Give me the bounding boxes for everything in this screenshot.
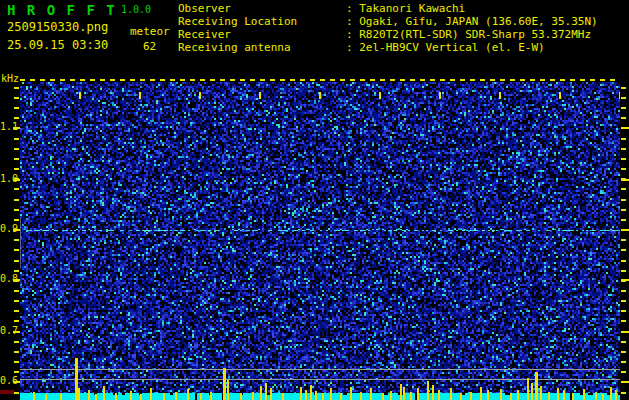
- freq-minor-tick-right: [621, 87, 626, 89]
- app-title: H R O F F T: [7, 3, 116, 17]
- freq-axis-unit: kHz: [1, 74, 19, 84]
- freq-minor-tick-left: [14, 290, 19, 292]
- freq-minor-tick-left: [14, 209, 19, 211]
- freq-major-tick-left: [13, 381, 20, 383]
- info-separator: :: [346, 15, 359, 28]
- freq-minor-tick-left: [14, 260, 19, 262]
- mode-label: meteor: [130, 26, 170, 37]
- freq-minor-tick-right: [621, 371, 626, 373]
- freq-minor-tick-left: [14, 158, 19, 160]
- freq-minor-tick-left: [14, 320, 19, 322]
- freq-minor-tick-right: [621, 219, 626, 221]
- freq-minor-tick-right: [621, 341, 626, 343]
- freq-minor-tick-left: [14, 188, 19, 190]
- freq-major-tick-left: [13, 179, 20, 181]
- freq-major-tick-right: [621, 229, 629, 231]
- freq-minor-tick-left: [14, 138, 19, 140]
- freq-minor-tick-right: [621, 138, 626, 140]
- info-value: R820T2(RTL-SDR) SDR-Sharp 53.372MHz: [359, 28, 591, 41]
- freq-minor-tick-left: [14, 361, 19, 363]
- freq-minor-tick-right: [621, 199, 626, 201]
- freq-minor-tick-right: [621, 320, 626, 322]
- freq-minor-tick-left: [14, 219, 19, 221]
- freq-minor-tick-left: [14, 97, 19, 99]
- freq-minor-tick-right: [621, 158, 626, 160]
- info-label: Observer: [178, 2, 346, 15]
- info-separator: :: [346, 2, 359, 15]
- freq-minor-tick-right: [621, 117, 626, 119]
- info-row-3: Receiving antenna: 2el-HB9CV Vertical (e…: [178, 41, 598, 54]
- freq-minor-tick-right: [621, 209, 626, 211]
- observation-datetime: 25.09.15 03:30: [7, 39, 108, 51]
- freq-minor-tick-right: [621, 188, 626, 190]
- freq-minor-tick-left: [14, 351, 19, 353]
- info-value: Takanori Kawachi: [359, 2, 465, 15]
- freq-minor-tick-right: [621, 148, 626, 150]
- freq-minor-tick-right: [621, 270, 626, 272]
- freq-minor-tick-right: [621, 107, 626, 109]
- freq-minor-tick-right: [621, 97, 626, 99]
- freq-minor-tick-left: [14, 392, 19, 394]
- freq-minor-tick-left: [14, 371, 19, 373]
- freq-major-tick-left: [13, 229, 20, 231]
- info-label: Receiving Location: [178, 15, 346, 28]
- freq-minor-tick-right: [621, 300, 626, 302]
- freq-minor-tick-left: [14, 199, 19, 201]
- freq-minor-tick-right: [621, 392, 626, 394]
- freq-minor-tick-right: [621, 168, 626, 170]
- hrofft-window: H R O F F T 1.0.0 2509150330.png meteor …: [0, 0, 629, 400]
- info-value: 2el-HB9CV Vertical (el. E-W): [359, 41, 544, 54]
- freq-minor-tick-right: [621, 310, 626, 312]
- info-row-2: Receiver: R820T2(RTL-SDR) SDR-Sharp 53.3…: [178, 28, 598, 41]
- freq-minor-tick-right: [621, 361, 626, 363]
- echo-count: 62: [143, 41, 156, 52]
- info-value: Ogaki, Gifu, JAPAN (136.60E, 35.35N): [359, 15, 597, 28]
- freq-minor-tick-left: [14, 87, 19, 89]
- info-label: Receiving antenna: [178, 41, 346, 54]
- freq-minor-tick-right: [621, 249, 626, 251]
- observer-info-block: Observer: Takanori KawachiReceiving Loca…: [178, 2, 598, 54]
- freq-major-tick-right: [621, 179, 629, 181]
- output-filename: 2509150330.png: [7, 21, 108, 33]
- spectrogram-canvas: [20, 78, 620, 400]
- freq-minor-tick-left: [14, 310, 19, 312]
- freq-major-tick-left: [13, 127, 20, 129]
- freq-minor-tick-right: [621, 290, 626, 292]
- freq-minor-tick-right: [621, 260, 626, 262]
- freq-minor-tick-left: [14, 249, 19, 251]
- info-separator: :: [346, 28, 359, 41]
- info-row-0: Observer: Takanori Kawachi: [178, 2, 598, 15]
- freq-major-tick-left: [13, 279, 20, 281]
- freq-minor-tick-left: [14, 239, 19, 241]
- freq-minor-tick-left: [14, 341, 19, 343]
- freq-minor-tick-left: [14, 300, 19, 302]
- freq-minor-tick-left: [14, 148, 19, 150]
- freq-minor-tick-left: [14, 168, 19, 170]
- freq-major-tick-left: [13, 331, 20, 333]
- freq-major-tick-right: [621, 279, 629, 281]
- info-row-1: Receiving Location: Ogaki, Gifu, JAPAN (…: [178, 15, 598, 28]
- info-separator: :: [346, 41, 359, 54]
- freq-minor-tick-right: [621, 239, 626, 241]
- freq-major-tick-right: [621, 381, 629, 383]
- freq-major-tick-right: [621, 127, 629, 129]
- status-red-patch: [0, 390, 14, 394]
- freq-minor-tick-left: [14, 117, 19, 119]
- freq-minor-tick-right: [621, 351, 626, 353]
- app-version: 1.0.0: [121, 5, 151, 15]
- info-label: Receiver: [178, 28, 346, 41]
- freq-minor-tick-left: [14, 107, 19, 109]
- freq-minor-tick-left: [14, 270, 19, 272]
- freq-major-tick-right: [621, 331, 629, 333]
